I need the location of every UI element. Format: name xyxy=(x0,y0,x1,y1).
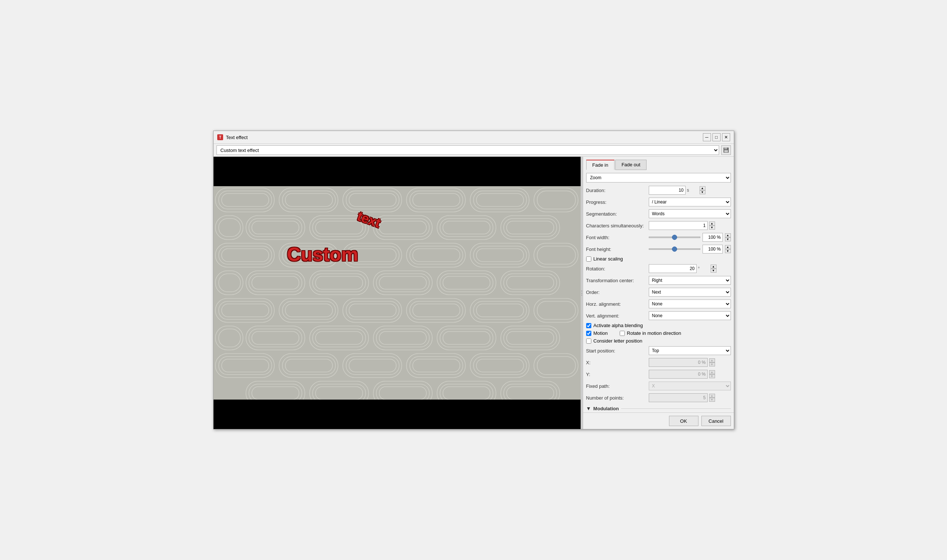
y-position-down: ▼ xyxy=(709,374,715,378)
font-width-down[interactable]: ▼ xyxy=(725,237,731,242)
panel-scroll[interactable]: Fade in Fade out Zoom Slide Fade Rotate … xyxy=(583,157,734,412)
y-position-row: Y: ▲ ▼ xyxy=(586,369,731,379)
transform-center-row: Transformation center: Right Left Center… xyxy=(586,275,731,285)
tab-fade-out[interactable]: Fade out xyxy=(615,160,646,170)
preview-canvas: text Custom xyxy=(214,186,581,400)
rotation-unit: ° xyxy=(698,266,709,271)
progress-label: Progress: xyxy=(586,199,649,205)
tab-fade-in[interactable]: Fade in xyxy=(586,160,614,170)
chars-simultaneous-up[interactable]: ▲ xyxy=(709,222,715,226)
x-position-input xyxy=(649,358,708,367)
svg-rect-3 xyxy=(724,148,727,149)
close-button[interactable]: ✕ xyxy=(722,133,730,141)
alpha-blending-checkbox[interactable] xyxy=(586,323,591,328)
chars-simultaneous-control: ▲ ▼ xyxy=(649,221,731,230)
duration-row: Duration: s ▲ ▼ xyxy=(586,185,731,195)
rotation-input[interactable] xyxy=(649,264,697,273)
font-width-up[interactable]: ▲ xyxy=(725,233,731,237)
rotate-motion-checkbox[interactable] xyxy=(620,331,625,336)
duration-up[interactable]: ▲ xyxy=(700,186,705,190)
main-window: T Text effect ─ □ ✕ Custom text effect xyxy=(213,131,734,429)
x-position-row: X: ▲ ▼ xyxy=(586,358,731,367)
chars-simultaneous-input[interactable] xyxy=(649,221,708,230)
segmentation-control: Words Characters Lines All xyxy=(649,209,731,218)
y-position-control: ▲ ▼ xyxy=(649,370,731,378)
y-position-label: Y: xyxy=(586,372,649,377)
motion-checkbox[interactable] xyxy=(586,331,591,336)
horz-align-label: Horz. alignment: xyxy=(586,302,649,307)
minimize-button[interactable]: ─ xyxy=(703,133,711,141)
segmentation-row: Segmentation: Words Characters Lines All xyxy=(586,209,731,218)
preview-area: text Custom xyxy=(214,157,581,429)
order-control: Next Previous Random xyxy=(649,288,731,297)
linear-scaling-row: Linear scaling xyxy=(586,256,731,262)
progress-control: / Linear Ease In Ease Out Ease In/Out xyxy=(649,198,731,206)
cancel-button[interactable]: Cancel xyxy=(702,416,731,426)
start-position-row: Start position: Top Bottom Left Right Ce… xyxy=(586,346,731,355)
alpha-blending-row: Activate alpha blending xyxy=(586,323,731,328)
duration-input[interactable] xyxy=(649,186,686,195)
ok-button[interactable]: OK xyxy=(669,416,699,426)
fixed-path-select: X xyxy=(649,382,731,391)
font-width-spinner: ▲ ▼ xyxy=(725,233,731,242)
fixed-path-row: Fixed path: X xyxy=(586,381,731,391)
order-select[interactable]: Next Previous Random xyxy=(649,288,731,297)
resize-handle[interactable] xyxy=(581,157,583,429)
font-height-up[interactable]: ▲ xyxy=(725,245,731,249)
y-position-up: ▲ xyxy=(709,370,715,374)
font-width-input[interactable] xyxy=(703,233,723,242)
rotation-spinner: ▲ ▼ xyxy=(711,265,717,272)
rotation-up[interactable]: ▲ xyxy=(711,265,717,269)
bottom-bar: OK Cancel xyxy=(583,412,734,429)
num-points-up: ▲ xyxy=(709,394,715,398)
num-points-input xyxy=(649,393,708,402)
linear-scaling-checkbox[interactable] xyxy=(586,257,591,262)
start-position-select[interactable]: Top Bottom Left Right Center xyxy=(649,346,731,355)
rotation-row: Rotation: ° ▲ ▼ xyxy=(586,264,731,273)
font-height-down[interactable]: ▼ xyxy=(725,249,731,253)
num-points-row: Number of points: ▲ ▼ xyxy=(586,393,731,403)
transform-center-select[interactable]: Right Left Center Top Bottom xyxy=(649,276,731,285)
title-bar-left: T Text effect xyxy=(217,134,248,140)
motion-label: Motion xyxy=(594,331,608,336)
font-height-slider[interactable] xyxy=(649,248,700,250)
progress-select[interactable]: / Linear Ease In Ease Out Ease In/Out xyxy=(649,198,731,206)
maximize-button[interactable]: □ xyxy=(713,133,720,141)
rotation-label: Rotation: xyxy=(586,266,649,272)
svg-rect-4 xyxy=(724,150,728,152)
font-width-row: Font width: ▲ ▼ xyxy=(586,232,731,242)
vert-align-row: Vert. alignment: None Top Middle Bottom xyxy=(586,311,731,320)
divider-line xyxy=(621,408,731,409)
animation-type-select[interactable]: Zoom Slide Fade Rotate xyxy=(586,173,731,183)
font-height-label: Font height: xyxy=(586,246,649,252)
linear-scaling-label: Linear scaling xyxy=(594,256,623,262)
modulation-divider: ▼ Modulation xyxy=(586,405,731,411)
horz-align-select[interactable]: None Left Center Right xyxy=(649,300,731,308)
consider-letter-checkbox[interactable] xyxy=(586,338,591,344)
y-position-spinner: ▲ ▼ xyxy=(709,370,715,378)
duration-down[interactable]: ▼ xyxy=(700,190,705,194)
preview-black-top xyxy=(214,157,581,186)
font-height-row: Font height: ▲ ▼ xyxy=(586,244,731,254)
num-points-down: ▼ xyxy=(709,398,715,402)
toolbar: Custom text effect xyxy=(214,144,734,157)
duration-label: Duration: xyxy=(586,188,649,193)
segmentation-label: Segmentation: xyxy=(586,211,649,217)
title-bar: T Text effect ─ □ ✕ xyxy=(214,131,734,144)
alpha-blending-label: Activate alpha blending xyxy=(594,323,643,328)
preset-select[interactable]: Custom text effect xyxy=(216,145,719,155)
chars-simultaneous-down[interactable]: ▼ xyxy=(709,226,715,229)
duration-spinner: ▲ ▼ xyxy=(700,186,705,194)
save-button[interactable] xyxy=(721,145,731,155)
font-height-input[interactable] xyxy=(703,245,723,254)
x-position-control: ▲ ▼ xyxy=(649,358,731,367)
font-width-slider[interactable] xyxy=(649,237,700,238)
consider-letter-label: Consider letter position xyxy=(594,338,643,344)
rotation-down[interactable]: ▼ xyxy=(711,269,717,272)
segmentation-select[interactable]: Words Characters Lines All xyxy=(649,209,731,218)
pattern-background xyxy=(214,186,581,400)
window-title: Text effect xyxy=(226,135,248,140)
motion-row: Motion Rotate in motion direction xyxy=(586,331,731,336)
vert-align-select[interactable]: None Top Middle Bottom xyxy=(649,311,731,320)
horz-align-control: None Left Center Right xyxy=(649,300,731,308)
